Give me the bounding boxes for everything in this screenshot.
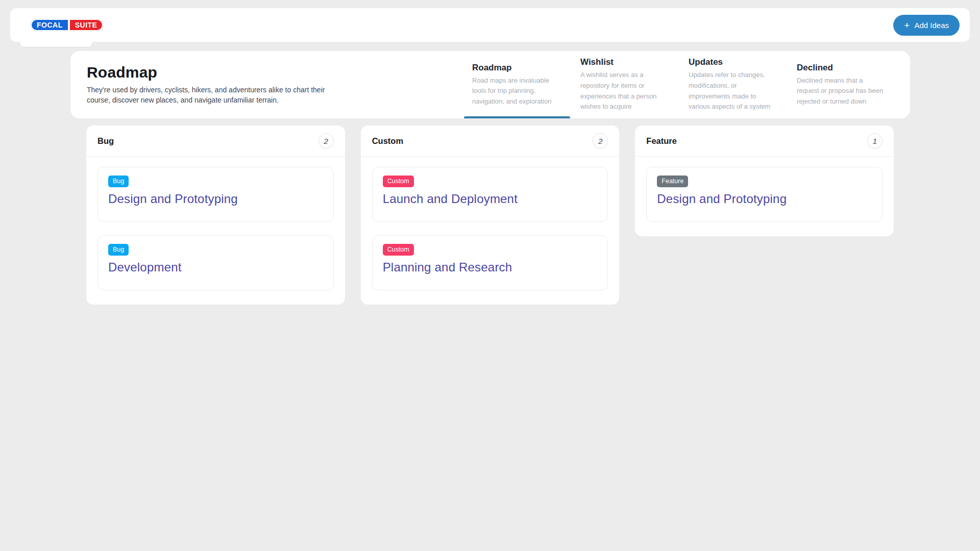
idea-card[interactable]: Bug Design and Prototyping	[97, 167, 334, 222]
tab-wishlist-description: A wishlist serves as a repository for it…	[580, 70, 670, 112]
roadmap-board: Bug 2 Bug Design and Prototyping Bug Dev…	[86, 126, 894, 305]
idea-card[interactable]: Custom Planning and Research	[372, 235, 608, 290]
card-tag-badge: Feature	[657, 176, 688, 187]
tab-updates-description: Updates refer to changes, modifications,…	[689, 70, 778, 112]
card-title-link[interactable]: Design and Prototyping	[108, 192, 323, 206]
card-title-link[interactable]: Design and Prototyping	[657, 192, 872, 206]
column-custom-title: Custom	[372, 136, 403, 146]
tab-declined[interactable]: Declined Declined means that a request o…	[797, 51, 887, 118]
column-custom-body: Custom Launch and Deployment Custom Plan…	[361, 157, 620, 305]
card-title-link[interactable]: Development	[108, 260, 323, 274]
column-feature: Feature 1 Feature Design and Prototyping	[635, 126, 894, 236]
roadmap-hero-panel: Roadmap They're used by drivers, cyclist…	[70, 51, 910, 118]
tab-updates[interactable]: Updates Updates refer to changes, modifi…	[689, 51, 778, 118]
column-bug-header: Bug 2	[86, 126, 345, 157]
card-title-link[interactable]: Launch and Deployment	[383, 192, 598, 206]
card-tag-badge: Custom	[383, 244, 414, 256]
column-feature-title: Feature	[646, 136, 677, 146]
card-tag-badge: Custom	[383, 176, 414, 187]
page-title: Roadmap	[87, 64, 347, 81]
column-custom: Custom 2 Custom Launch and Deployment Cu…	[361, 126, 620, 305]
tab-updates-label: Updates	[689, 57, 778, 67]
tab-declined-description: Declined means that a request or proposa…	[797, 76, 887, 107]
add-ideas-button[interactable]: + Add Ideas	[893, 15, 960, 36]
tab-wishlist[interactable]: Wishlist A wishlist serves as a reposito…	[580, 51, 670, 118]
card-tag-badge: Bug	[108, 244, 129, 256]
column-custom-header: Custom 2	[361, 126, 620, 157]
column-feature-count-badge: 1	[867, 133, 883, 148]
card-title-link[interactable]: Planning and Research	[383, 260, 598, 274]
column-feature-header: Feature 1	[635, 126, 894, 157]
page-description: They're used by drivers, cyclists, hiker…	[87, 85, 347, 105]
tab-declined-label: Declined	[797, 63, 887, 73]
tab-roadmap-label: Roadmap	[472, 63, 562, 73]
tab-wishlist-label: Wishlist	[580, 57, 670, 67]
card-tag-badge: Bug	[108, 176, 129, 187]
plus-icon: +	[904, 20, 910, 30]
column-bug: Bug 2 Bug Design and Prototyping Bug Dev…	[86, 126, 345, 305]
idea-card[interactable]: Custom Launch and Deployment	[372, 167, 608, 222]
column-bug-body: Bug Design and Prototyping Bug Developme…	[86, 157, 345, 305]
top-navigation-bar: FOCAL SUITE + Add Ideas	[10, 8, 970, 42]
column-custom-count-badge: 2	[593, 133, 608, 148]
tab-roadmap-description: Road maps are invaluable tools for trip …	[472, 76, 562, 107]
idea-card[interactable]: Feature Design and Prototyping	[646, 167, 883, 222]
add-ideas-label: Add Ideas	[914, 21, 949, 30]
logo-focal-segment: FOCAL	[31, 19, 69, 32]
column-bug-title: Bug	[97, 136, 114, 146]
column-feature-body: Feature Design and Prototyping	[635, 157, 894, 236]
idea-card[interactable]: Bug Development	[97, 235, 334, 290]
focal-suite-logo[interactable]: FOCAL SUITE	[31, 19, 103, 32]
tab-roadmap[interactable]: Roadmap Road maps are invaluable tools f…	[472, 51, 562, 118]
header-tab-stub	[20, 41, 92, 47]
hero-text-block: Roadmap They're used by drivers, cyclist…	[87, 64, 347, 105]
section-tabs: Roadmap Road maps are invaluable tools f…	[472, 51, 887, 118]
column-bug-count-badge: 2	[318, 133, 334, 148]
logo-suite-segment: SUITE	[69, 19, 104, 32]
